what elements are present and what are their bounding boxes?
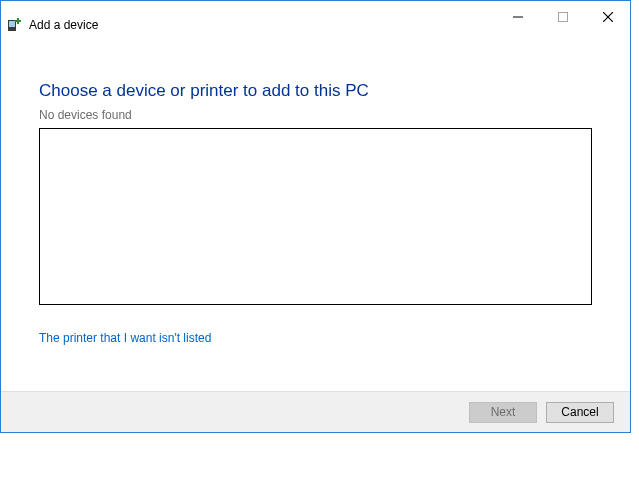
svg-rect-1 [558,13,567,22]
device-list[interactable] [39,128,592,305]
wizard-content: Choose a device or printer to add to thi… [1,33,630,391]
add-device-wizard-window: Add a device Choose a device or printer … [0,0,631,433]
wizard-footer: Next Cancel [1,391,630,432]
device-add-icon [7,17,23,33]
printer-not-listed-link[interactable]: The printer that I want isn't listed [39,331,592,345]
window-title: Add a device [29,18,98,32]
svg-rect-7 [15,20,21,22]
cancel-button[interactable]: Cancel [546,402,614,423]
maximize-button [540,3,585,31]
next-button: Next [469,402,537,423]
svg-rect-5 [9,21,15,27]
page-heading: Choose a device or printer to add to thi… [39,81,592,101]
maximize-icon [558,12,568,22]
status-text: No devices found [39,108,592,122]
window-header: Add a device [1,17,630,33]
